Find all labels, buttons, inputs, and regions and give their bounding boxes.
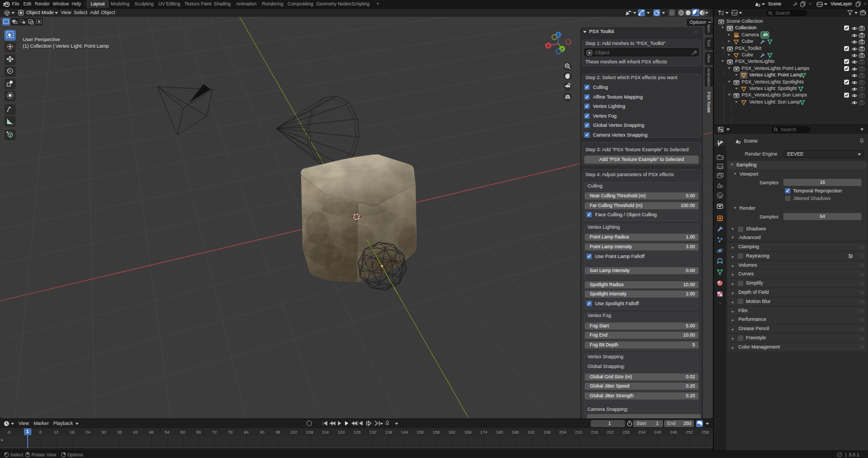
svg-text:Y: Y — [561, 47, 564, 51]
svg-text:X: X — [547, 44, 550, 48]
svg-text:Z: Z — [557, 33, 560, 37]
